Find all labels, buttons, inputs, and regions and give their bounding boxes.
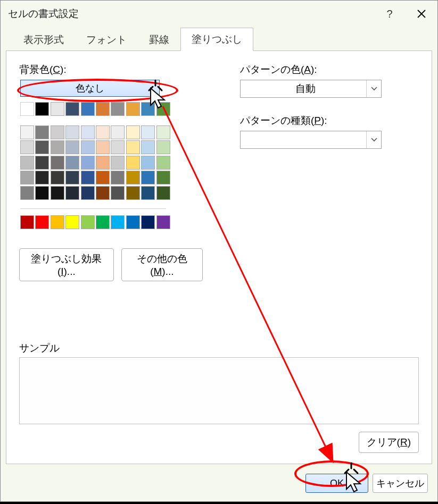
- dialog-footer: OK キャンセル: [1, 469, 437, 501]
- color-swatch[interactable]: [81, 102, 95, 116]
- color-swatch[interactable]: [51, 140, 64, 154]
- color-swatch[interactable]: [156, 186, 170, 200]
- tab-fill[interactable]: 塗りつぶし: [180, 28, 253, 51]
- color-swatch[interactable]: [81, 156, 95, 170]
- color-swatch[interactable]: [141, 125, 155, 139]
- sample-label: サンプル: [19, 341, 419, 355]
- color-swatch[interactable]: [81, 186, 95, 200]
- color-swatch[interactable]: [65, 186, 79, 200]
- color-swatch[interactable]: [96, 156, 110, 170]
- color-swatch[interactable]: [35, 171, 49, 184]
- color-swatch[interactable]: [65, 102, 79, 116]
- color-swatch[interactable]: [111, 171, 125, 184]
- color-swatch[interactable]: [51, 186, 64, 200]
- color-swatch[interactable]: [111, 125, 125, 139]
- help-icon[interactable]: ?: [379, 3, 400, 24]
- color-swatch[interactable]: [35, 186, 49, 200]
- titlebar: セルの書式設定 ?: [1, 1, 437, 27]
- color-swatch[interactable]: [156, 102, 170, 116]
- color-swatch[interactable]: [141, 140, 155, 154]
- color-swatch[interactable]: [96, 102, 110, 116]
- color-swatch[interactable]: [111, 186, 125, 200]
- dialog-title: セルの書式設定: [8, 7, 79, 21]
- color-swatch[interactable]: [81, 140, 95, 154]
- ok-button[interactable]: OK: [305, 474, 368, 493]
- color-swatch[interactable]: [126, 186, 140, 200]
- color-swatch[interactable]: [81, 215, 95, 229]
- color-swatch[interactable]: [111, 215, 125, 229]
- pattern-kind-section: パターンの種類(P):: [240, 114, 419, 149]
- more-colors-button[interactable]: その他の色(M)...: [121, 248, 203, 281]
- close-icon[interactable]: [411, 3, 432, 24]
- color-swatch[interactable]: [126, 125, 140, 139]
- sample-preview: [19, 357, 419, 424]
- color-swatch[interactable]: [51, 215, 64, 229]
- color-swatch[interactable]: [96, 215, 110, 229]
- color-swatch[interactable]: [126, 140, 140, 154]
- chevron-down-icon: [366, 80, 381, 97]
- color-swatch[interactable]: [96, 140, 110, 154]
- color-swatch[interactable]: [141, 171, 155, 184]
- color-swatch[interactable]: [65, 215, 79, 229]
- color-swatch[interactable]: [51, 156, 64, 170]
- pattern-color-section: パターンの色(A): 自動: [240, 63, 419, 98]
- color-swatch[interactable]: [126, 156, 140, 170]
- color-swatch[interactable]: [156, 171, 170, 184]
- color-swatch[interactable]: [20, 156, 34, 170]
- color-swatch[interactable]: [20, 215, 34, 229]
- clear-button[interactable]: クリア(R): [359, 432, 419, 453]
- background-color-label: 背景色(C):: [19, 63, 203, 77]
- color-swatch[interactable]: [20, 102, 34, 116]
- color-swatch[interactable]: [126, 102, 140, 116]
- pattern-color-label: パターンの色(A):: [240, 63, 419, 77]
- color-swatch[interactable]: [81, 125, 95, 139]
- cancel-button[interactable]: キャンセル: [373, 474, 428, 493]
- color-swatch[interactable]: [126, 171, 140, 184]
- color-swatch[interactable]: [111, 156, 125, 170]
- bottom-border: [0, 502, 438, 504]
- no-color-button[interactable]: 色なし: [20, 80, 160, 97]
- color-swatch[interactable]: [81, 171, 95, 184]
- color-swatch[interactable]: [65, 156, 79, 170]
- pattern-kind-dropdown[interactable]: [240, 131, 382, 149]
- color-swatch[interactable]: [65, 140, 79, 154]
- color-swatch[interactable]: [96, 171, 110, 184]
- color-swatch[interactable]: [51, 125, 64, 139]
- tab-number-format[interactable]: 表示形式: [12, 28, 75, 51]
- color-swatch[interactable]: [156, 215, 170, 229]
- color-swatch[interactable]: [126, 215, 140, 229]
- color-swatch[interactable]: [65, 171, 79, 184]
- theme-color-row: [20, 102, 203, 116]
- tab-font[interactable]: フォント: [75, 28, 138, 51]
- tab-content: 背景色(C): 色なし 塗りつぶし効果(I)... その他の色(M)...: [6, 51, 432, 464]
- color-swatch[interactable]: [141, 215, 155, 229]
- color-swatch[interactable]: [111, 102, 125, 116]
- color-swatch[interactable]: [35, 140, 49, 154]
- color-swatch[interactable]: [20, 125, 34, 139]
- color-swatch[interactable]: [20, 171, 34, 184]
- tab-border[interactable]: 罫線: [138, 28, 180, 51]
- color-swatch[interactable]: [65, 125, 79, 139]
- color-swatch[interactable]: [51, 102, 64, 116]
- color-swatch[interactable]: [156, 125, 170, 139]
- standard-color-row: [20, 215, 203, 229]
- divider: [20, 208, 166, 209]
- color-swatch[interactable]: [51, 171, 64, 184]
- color-swatch[interactable]: [20, 186, 34, 200]
- color-swatch[interactable]: [96, 125, 110, 139]
- color-swatch[interactable]: [35, 156, 49, 170]
- color-swatch[interactable]: [111, 140, 125, 154]
- color-swatch[interactable]: [141, 156, 155, 170]
- fill-effects-button[interactable]: 塗りつぶし効果(I)...: [19, 248, 114, 281]
- pattern-color-dropdown[interactable]: 自動: [240, 80, 382, 98]
- color-swatch[interactable]: [156, 140, 170, 154]
- color-swatch[interactable]: [96, 186, 110, 200]
- color-swatch[interactable]: [20, 140, 34, 154]
- color-swatch[interactable]: [35, 215, 49, 229]
- color-swatch[interactable]: [35, 125, 49, 139]
- color-swatch[interactable]: [141, 102, 155, 116]
- color-swatch[interactable]: [35, 102, 49, 116]
- background-color-section: 背景色(C): 色なし 塗りつぶし効果(I)... その他の色(M)...: [19, 63, 203, 281]
- color-swatch[interactable]: [141, 186, 155, 200]
- color-swatch[interactable]: [156, 156, 170, 170]
